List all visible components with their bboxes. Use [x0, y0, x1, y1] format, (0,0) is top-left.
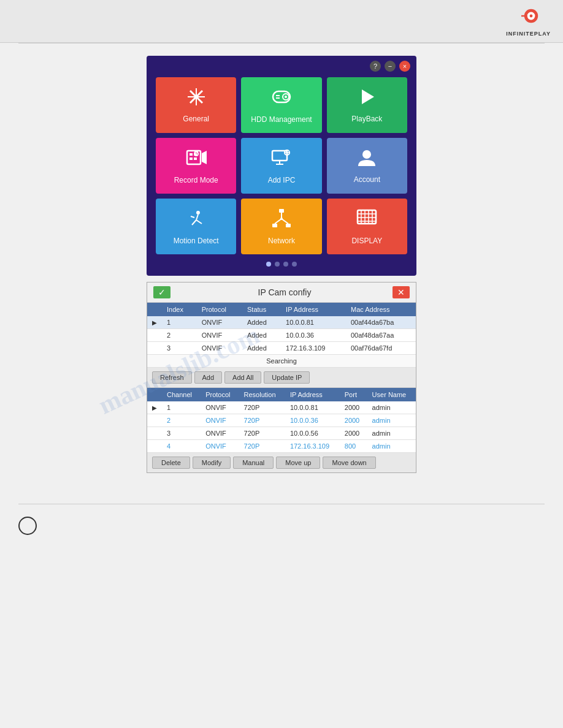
svg-line-31: [192, 220, 196, 225]
tile-general[interactable]: General: [156, 77, 236, 133]
delete-button[interactable]: Delete: [152, 457, 190, 469]
lower-row-arrow: [147, 440, 162, 453]
lower-row-ip: 10.0.0.56: [285, 427, 340, 440]
lower-row-channel: 3: [162, 427, 201, 440]
lower-col-port: Port: [340, 388, 367, 401]
searching-text: Searching: [147, 355, 416, 368]
col-arrow: [147, 303, 162, 316]
page-number-area: [0, 510, 563, 541]
dot-3[interactable]: [283, 262, 288, 267]
col-ip: IP Address: [281, 303, 346, 316]
row-status: Added: [242, 342, 281, 355]
svg-line-30: [196, 214, 198, 220]
add-all-button[interactable]: Add All: [224, 371, 261, 384]
lower-row-username: admin: [367, 427, 416, 440]
searching-row: Searching: [147, 355, 416, 368]
dot-2[interactable]: [275, 262, 280, 267]
dialog-close-button[interactable]: ✕: [393, 286, 410, 298]
add-button[interactable]: Add: [194, 371, 223, 384]
row-arrow: [147, 329, 162, 342]
lower-table-row[interactable]: ▶ 1 ONVIF 720P 10.0.0.81 2000 admin: [147, 401, 416, 414]
row-mac: 00af76da67fd: [346, 342, 416, 355]
svg-line-32: [196, 220, 202, 224]
svg-rect-35: [272, 224, 277, 227]
tile-record[interactable]: Record Mode: [156, 138, 236, 194]
modify-button[interactable]: Modify: [193, 457, 231, 469]
lower-row-port: 2000: [340, 414, 367, 427]
row-mac: 00af44da67ba: [346, 316, 416, 329]
svg-point-2: [529, 14, 532, 17]
lower-table-row[interactable]: 2 ONVIF 720P 10.0.0.36 2000 admin: [147, 414, 416, 427]
lower-row-protocol: ONVIF: [201, 414, 239, 427]
svg-line-33: [191, 216, 194, 218]
upper-table-row[interactable]: ▶ 1 ONVIF Added 10.0.0.81 00af44da67ba: [147, 316, 416, 329]
svg-rect-8: [273, 91, 290, 102]
row-protocol: ONVIF: [197, 342, 242, 355]
motion-icon: [186, 208, 207, 233]
move-down-button[interactable]: Move down: [323, 457, 375, 469]
svg-rect-34: [279, 209, 284, 213]
tile-addipc[interactable]: Add IPC: [241, 138, 321, 194]
panel-controls: ? − ×: [370, 61, 410, 72]
record-icon: [186, 147, 207, 172]
row-status: Added: [242, 316, 281, 329]
tile-playback[interactable]: PlayBack: [327, 77, 407, 133]
row-index: 2: [162, 329, 197, 342]
bottom-divider: [18, 504, 545, 504]
manual-button[interactable]: Manual: [233, 457, 274, 469]
menu-grid: General HDD Management: [156, 77, 407, 254]
tile-addipc-label: Add IPC: [268, 176, 296, 184]
lower-table-row[interactable]: 4 ONVIF 720P 172.16.3.109 800 admin: [147, 440, 416, 453]
row-index: 3: [162, 342, 197, 355]
lower-row-username: admin: [367, 440, 416, 453]
dialog-header: ✓ IP Cam confiy ✕: [147, 282, 416, 303]
lower-row-resolution: 720P: [239, 401, 285, 414]
play-icon: [357, 87, 377, 111]
help-icon[interactable]: ?: [370, 61, 381, 72]
lower-row-channel: 2: [162, 414, 201, 427]
ipcam-dialog: ✓ IP Cam confiy ✕ Index Protocol Status …: [147, 282, 416, 473]
move-up-button[interactable]: Move up: [276, 457, 320, 469]
row-arrow: ▶: [147, 316, 162, 329]
dialog-title: IP Cam confiy: [177, 287, 393, 297]
upper-table-row[interactable]: 2 ONVIF Added 10.0.0.36 00af48da67aa: [147, 329, 416, 342]
tile-network[interactable]: Network: [241, 199, 321, 254]
lower-row-channel: 1: [162, 401, 201, 414]
tile-account[interactable]: Account: [327, 138, 407, 194]
page-circle: [18, 517, 37, 535]
lower-table-row[interactable]: 3 ONVIF 720P 10.0.0.56 2000 admin: [147, 427, 416, 440]
lower-col-arrow: [147, 388, 162, 401]
lower-row-port: 2000: [340, 427, 367, 440]
upper-table: Index Protocol Status IP Address Mac Add…: [147, 303, 416, 368]
tile-hdd-label: HDD Management: [251, 115, 312, 124]
dialog-confirm-button[interactable]: ✓: [153, 286, 170, 298]
lower-col-channel: Channel: [162, 388, 201, 401]
lower-row-port: 800: [340, 440, 367, 453]
svg-point-29: [196, 211, 200, 214]
refresh-button[interactable]: Refresh: [152, 371, 192, 384]
minimize-icon[interactable]: −: [385, 61, 396, 72]
upper-table-row[interactable]: 3 ONVIF Added 172.16.3.109 00af76da67fd: [147, 342, 416, 355]
update-ip-button[interactable]: Update IP: [264, 371, 310, 384]
row-mac: 00af48da67aa: [346, 329, 416, 342]
lower-row-arrow: [147, 427, 162, 440]
tile-motion-label: Motion Detect: [174, 237, 219, 245]
lower-row-channel: 4: [162, 440, 201, 453]
tile-hdd[interactable]: HDD Management: [241, 77, 321, 133]
tile-network-label: Network: [268, 237, 295, 245]
lower-row-resolution: 720P: [239, 427, 285, 440]
account-icon: [357, 148, 377, 172]
tile-display[interactable]: DISPLAY: [327, 199, 407, 254]
svg-rect-18: [194, 157, 197, 160]
network-icon: [271, 208, 292, 233]
lower-col-username: User Name: [367, 388, 416, 401]
dot-4[interactable]: [292, 262, 297, 267]
svg-line-38: [275, 219, 282, 224]
close-panel-icon[interactable]: ×: [399, 61, 410, 72]
logo-text: INFINITEPLAY: [506, 31, 551, 37]
lower-table: Channel Protocol Resolution IP Address P…: [147, 388, 416, 453]
lower-row-resolution: 720P: [239, 440, 285, 453]
dot-1[interactable]: [266, 262, 271, 267]
tile-motion[interactable]: Motion Detect: [156, 199, 236, 254]
row-ip: 10.0.0.81: [281, 316, 346, 329]
